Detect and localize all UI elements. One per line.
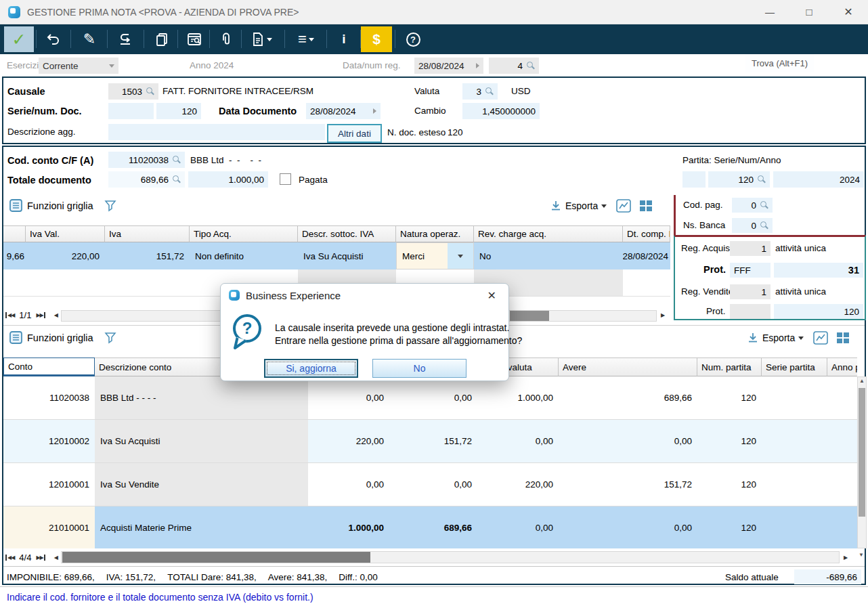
scroll-right-button[interactable]: ▶: [844, 555, 847, 561]
filter-button[interactable]: [104, 200, 116, 212]
data-documento-field[interactable]: 28/08/2024: [306, 103, 381, 119]
scroll-left-button[interactable]: ◀: [54, 555, 58, 561]
column-header[interactable]: Conto: [3, 358, 95, 376]
attachments-button[interactable]: [211, 26, 241, 52]
maximize-button[interactable]: □: [789, 0, 829, 24]
first-page-button[interactable]: ◀◀: [5, 555, 14, 561]
num-doc-field[interactable]: 120: [156, 103, 201, 119]
undo-row-button[interactable]: [110, 26, 140, 52]
help-button[interactable]: ?: [398, 26, 428, 52]
natura-operaz-dropdown[interactable]: Merci: [396, 242, 474, 269]
find-box[interactable]: Trova (Alt+F1): [745, 54, 814, 72]
conti-grid-hscrollbar[interactable]: [61, 551, 840, 563]
chart-button[interactable]: [616, 199, 631, 213]
scroll-left-button[interactable]: ◀: [54, 312, 58, 318]
table-row[interactable]: 11020038 BBB Ltd - - - - 0,00 0,00 1.000…: [3, 376, 857, 420]
conti-grid-actions: Esporta: [747, 331, 850, 345]
last-page-button[interactable]: ▶▶: [36, 555, 45, 561]
currency-button[interactable]: $: [361, 26, 392, 52]
reg-vendite-field[interactable]: 1: [730, 284, 771, 299]
causale-field[interactable]: 1503: [108, 83, 158, 100]
scroll-up-button[interactable]: ▲: [859, 378, 865, 384]
prot-acquisti-serie-field[interactable]: FFF: [730, 263, 771, 278]
partita-serie-field[interactable]: [682, 171, 706, 188]
scroll-right-button[interactable]: ▶: [661, 312, 664, 318]
dialog-message-line1: La causale inserita prevede una gestione…: [275, 322, 509, 333]
partita-num-field[interactable]: 120: [708, 171, 770, 188]
chart-button[interactable]: [813, 331, 828, 345]
column-header[interactable]: Rev. charge acq.: [474, 225, 623, 242]
export-button[interactable]: Esporta: [747, 332, 804, 344]
scroll-down-button[interactable]: ▼: [859, 552, 863, 558]
scrollbar-thumb[interactable]: [510, 311, 549, 321]
table-row-selected[interactable]: 21010001 Acquisti Materie Prime 1.000,00…: [3, 506, 857, 548]
filter-button[interactable]: [104, 332, 116, 344]
export-button[interactable]: Esporta: [550, 200, 607, 212]
pagata-checkbox[interactable]: [280, 173, 291, 185]
first-page-button[interactable]: ◀◀: [5, 312, 14, 318]
no-button[interactable]: No: [372, 359, 466, 378]
cambio-field[interactable]: 1,450000000: [462, 103, 540, 119]
calendar-search-button[interactable]: [179, 26, 209, 52]
minimize-button[interactable]: —: [750, 0, 789, 24]
column-header[interactable]: Iva Val.: [26, 225, 105, 242]
grid-functions-button[interactable]: Funzioni griglia: [9, 331, 93, 344]
grid-cell: Iva Su Vendite: [95, 463, 308, 506]
cod-pag-field[interactable]: 0: [732, 198, 773, 213]
conti-grid-vscrollbar[interactable]: ▲: [857, 376, 867, 548]
grid-view-button[interactable]: [836, 331, 850, 345]
list-menu-button[interactable]: ≡: [288, 26, 324, 52]
grid-cell: Non definito: [190, 242, 298, 269]
valuta-field[interactable]: 3: [462, 83, 498, 100]
totale-valuta-field[interactable]: 1.000,00: [188, 171, 268, 188]
column-header[interactable]: Avere: [559, 358, 697, 376]
table-row[interactable]: 12010001 Iva Su Vendite 0,00 0,00 220,00…: [3, 463, 857, 506]
chevron-down-icon: [798, 337, 804, 340]
ns-banca-field[interactable]: 0: [732, 218, 773, 233]
column-header[interactable]: Natura operaz.: [396, 225, 474, 242]
table-row[interactable]: 12010002 Iva Su Acquisti 220,00 151,72 0…: [3, 420, 857, 463]
prot-acquisti-num-field[interactable]: 31: [774, 263, 863, 278]
altri-dati-button[interactable]: Altri dati: [327, 124, 382, 143]
scrollbar-thumb[interactable]: [859, 388, 865, 517]
search-icon: [146, 87, 154, 96]
document-menu-button[interactable]: [244, 26, 279, 52]
confirm-button[interactable]: ✓: [4, 26, 34, 52]
scrollbar-thumb[interactable]: [62, 552, 370, 563]
ndoc-esteso-label: N. doc. esteso: [387, 127, 446, 137]
undo-button[interactable]: [39, 26, 68, 52]
cod-conto-field[interactable]: 11020038: [108, 152, 185, 168]
prot-vendite-serie-field[interactable]: [730, 304, 771, 319]
column-header[interactable]: Descr. sottoc. IVA: [298, 225, 396, 242]
edit-button[interactable]: ✎: [74, 26, 104, 52]
conti-grid-toolbar: Funzioni griglia: [9, 331, 116, 344]
column-header[interactable]: Num. partita: [697, 358, 762, 376]
exit-button[interactable]: Esci: [821, 53, 861, 73]
info-button[interactable]: i: [329, 26, 359, 52]
column-header[interactable]: Iva: [105, 225, 190, 242]
dialog-close-button[interactable]: ✕: [483, 289, 500, 302]
close-button[interactable]: ✕: [829, 0, 868, 24]
totale-eur-field[interactable]: 689,66: [108, 171, 185, 188]
reg-num-field[interactable]: 4: [489, 58, 539, 74]
descr-agg-field[interactable]: [108, 124, 325, 140]
partita-anno-field[interactable]: 2024: [773, 171, 864, 188]
column-header[interactable]: Dt. comp. I: [623, 225, 670, 242]
column-header[interactable]: [3, 225, 26, 242]
column-header[interactable]: Anno pa: [827, 358, 857, 376]
yes-update-button[interactable]: Si, aggiorna: [264, 359, 358, 378]
last-page-button[interactable]: ▶▶: [36, 312, 45, 318]
serie-field[interactable]: [108, 103, 154, 119]
column-header[interactable]: Tipo Acq.: [190, 225, 298, 242]
grid-functions-button[interactable]: Funzioni griglia: [9, 199, 93, 212]
copy-button[interactable]: [147, 26, 177, 52]
grid-view-button[interactable]: [639, 199, 653, 213]
causale-desc: FATT. FORNITORE INTRACEE/RSM: [162, 86, 313, 96]
iva-grid-row[interactable]: 9,66 220,00 151,72 Non definito Iva Su A…: [3, 242, 670, 269]
reg-date-field[interactable]: 28/08/2024: [414, 58, 483, 74]
esercizio-select[interactable]: Corrente: [39, 58, 118, 74]
column-header[interactable]: Serie partita: [762, 358, 827, 376]
message-dialog: Business Experience ✕ ? La causale inser…: [220, 283, 509, 381]
prot-vendite-num-field[interactable]: 120: [774, 304, 863, 319]
reg-acquisti-field[interactable]: 1: [730, 241, 771, 256]
